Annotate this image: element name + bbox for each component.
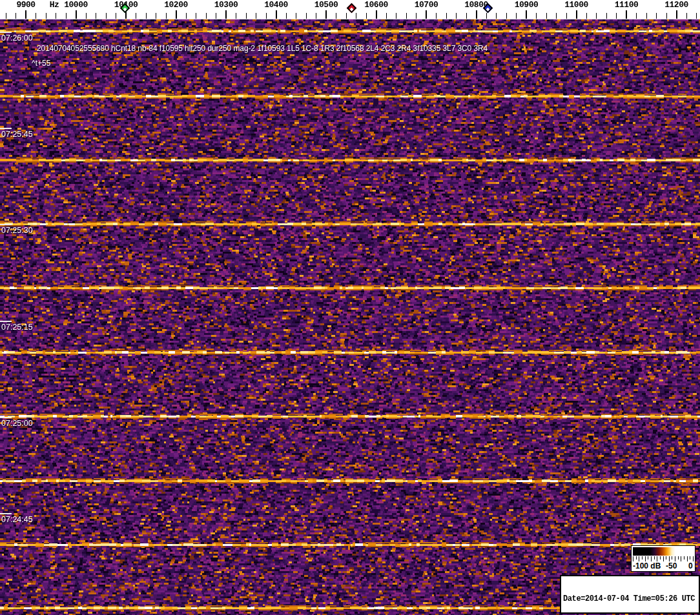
time-label: 07:24:45 bbox=[1, 515, 33, 524]
db-tick bbox=[645, 556, 646, 561]
ruler-tick bbox=[666, 13, 667, 19]
ruler-tick bbox=[366, 13, 367, 19]
ruler-tick bbox=[396, 13, 396, 19]
ruler-label: 10300 bbox=[214, 0, 238, 10]
db-tick bbox=[633, 556, 633, 561]
ruler-tick bbox=[256, 13, 256, 19]
ruler-unit-label: Hz bbox=[50, 0, 59, 10]
time-tick bbox=[0, 513, 12, 514]
ruler-tick bbox=[376, 10, 377, 19]
ruler-label: 10700 bbox=[415, 0, 438, 10]
ruler-tick bbox=[296, 13, 296, 19]
time-tick bbox=[0, 32, 12, 33]
ruler-label: 10500 bbox=[314, 0, 338, 10]
ruler-label: 10200 bbox=[164, 0, 188, 10]
db-tick bbox=[675, 556, 675, 561]
ruler-tick bbox=[426, 10, 427, 19]
ruler-tick bbox=[576, 10, 577, 19]
frequency-ruler: 9900100001010010200103001040010500106001… bbox=[0, 0, 700, 19]
ruler-tick bbox=[676, 10, 677, 19]
ruler-tick bbox=[516, 13, 517, 19]
ruler-tick bbox=[406, 13, 407, 19]
ruler-tick bbox=[25, 10, 26, 19]
spectrogram-waterfall-canvas[interactable] bbox=[0, 19, 700, 615]
ruler-tick bbox=[146, 13, 147, 19]
ruler-tick bbox=[616, 13, 617, 19]
ruler-tick bbox=[356, 13, 356, 19]
ruler-tick bbox=[486, 13, 487, 19]
ruler-tick bbox=[76, 10, 77, 19]
ruler-tick bbox=[186, 13, 187, 19]
db-tick bbox=[669, 556, 670, 561]
ruler-tick bbox=[596, 13, 597, 19]
db-tick bbox=[672, 556, 672, 560]
station-info-box: Date=2014-07-04 Time=05:26 UTC Freq=143 … bbox=[560, 575, 700, 614]
ruler-tick bbox=[36, 13, 36, 19]
ruler-tick bbox=[116, 13, 116, 19]
ruler-tick bbox=[206, 13, 207, 19]
ruler-tick bbox=[106, 13, 107, 19]
time-label: 07:26:00 bbox=[1, 34, 33, 43]
db-tick bbox=[660, 556, 661, 560]
ruler-label: 11000 bbox=[564, 0, 588, 10]
ruler-tick bbox=[586, 13, 587, 19]
time-tick bbox=[0, 417, 12, 418]
ruler-tick bbox=[386, 13, 387, 19]
ruler-tick bbox=[225, 10, 227, 19]
time-label: 07:25:45 bbox=[1, 130, 33, 139]
ruler-tick bbox=[246, 13, 247, 19]
ruler-label: 10000 bbox=[64, 0, 88, 10]
ruler-tick bbox=[266, 13, 267, 19]
ruler-tick bbox=[476, 10, 477, 19]
db-tick bbox=[687, 556, 688, 561]
ruler-tick bbox=[96, 13, 96, 19]
db-tick bbox=[678, 556, 679, 560]
ruler-label: 9900 bbox=[16, 0, 35, 10]
ruler-tick bbox=[526, 10, 527, 19]
ruler-tick bbox=[466, 13, 467, 19]
marker-red-diamond-icon[interactable] bbox=[346, 3, 356, 14]
ruler-label: 11200 bbox=[664, 0, 688, 10]
ruler-tick bbox=[446, 13, 447, 19]
db-tick bbox=[654, 556, 655, 560]
db-scale-label-max: 0 bbox=[688, 561, 693, 570]
ruler-tick bbox=[546, 13, 547, 19]
ruler-tick bbox=[346, 13, 347, 19]
cursor-annotation: ^t+55 bbox=[32, 59, 50, 68]
time-label: 07:25:00 bbox=[1, 419, 33, 428]
time-tick bbox=[0, 128, 12, 129]
ruler-tick bbox=[506, 13, 507, 19]
db-scale-label-min: -100 dB bbox=[633, 561, 661, 570]
ruler-tick bbox=[566, 13, 567, 19]
db-tick bbox=[666, 556, 666, 560]
ruler-tick bbox=[536, 13, 537, 19]
marker-center-dot bbox=[486, 8, 490, 12]
ruler-tick bbox=[156, 13, 156, 19]
db-tick bbox=[663, 556, 664, 561]
ruler-tick bbox=[46, 13, 46, 19]
ruler-tick bbox=[325, 10, 327, 19]
marker-center-dot bbox=[349, 8, 353, 12]
db-tick bbox=[651, 556, 652, 561]
ruler-tick bbox=[66, 13, 67, 19]
db-tick bbox=[681, 556, 681, 561]
ruler-tick bbox=[136, 13, 136, 19]
db-tick bbox=[684, 556, 685, 560]
ruler-tick bbox=[686, 13, 687, 19]
spectrogram-app-window: 9900100001010010200103001040010500106001… bbox=[0, 0, 700, 615]
ruler-tick bbox=[656, 13, 657, 19]
db-tick bbox=[642, 556, 643, 560]
ruler-tick bbox=[496, 13, 497, 19]
time-tick bbox=[0, 321, 12, 322]
marker-center-dot bbox=[123, 8, 127, 12]
ruler-tick bbox=[416, 13, 417, 19]
db-tick bbox=[690, 556, 690, 560]
ruler-tick bbox=[15, 13, 16, 19]
ruler-tick bbox=[316, 13, 316, 19]
ruler-label: 10900 bbox=[515, 0, 539, 10]
ruler-tick bbox=[166, 13, 167, 19]
ruler-tick bbox=[626, 10, 627, 19]
time-tick bbox=[0, 224, 12, 225]
ruler-tick bbox=[286, 13, 287, 19]
info-date-time: Date=2014-07-04 Time=05:26 UTC bbox=[563, 595, 697, 604]
